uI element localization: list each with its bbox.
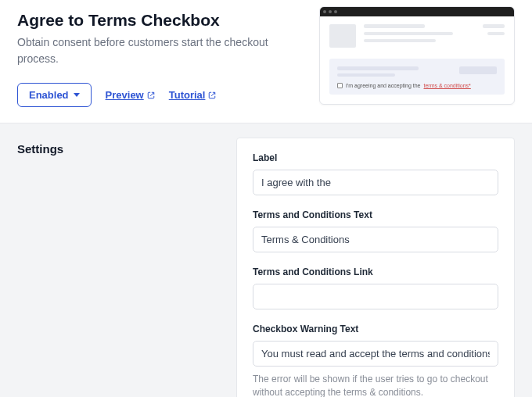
chevron-down-icon: [74, 93, 80, 97]
warning-text-input[interactable]: [253, 341, 498, 367]
settings-heading: Settings: [17, 142, 236, 156]
settings-panel: Label Terms and Conditions Text Terms an…: [236, 138, 515, 397]
enabled-toggle-label: Enabled: [29, 89, 69, 101]
preview-mock: I'm agreeing and accepting the terms & c…: [319, 6, 515, 105]
preview-link[interactable]: Preview: [106, 89, 155, 101]
external-link-icon: [147, 91, 155, 99]
label-input[interactable]: [253, 170, 498, 195]
external-link-icon: [208, 91, 216, 99]
warning-help-text: The error will be shown if the user trie…: [253, 373, 498, 397]
terms-text-input[interactable]: [253, 227, 498, 252]
header-card: Agree to Terms Checkbox Obtain consent b…: [0, 0, 532, 123]
field-terms-link-caption: Terms and Conditions Link: [253, 266, 498, 277]
settings-section: Settings Label Terms and Conditions Text…: [0, 123, 532, 397]
field-terms-text-caption: Terms and Conditions Text: [253, 209, 498, 220]
preview-mock-consent: I'm agreeing and accepting the terms & c…: [337, 83, 497, 88]
field-warning-caption: Checkbox Warning Text: [253, 324, 498, 334]
field-terms-link: Terms and Conditions Link: [253, 266, 498, 309]
field-warning-text: Checkbox Warning Text The error will be …: [253, 324, 498, 397]
preview-mock-toolbar: [320, 7, 514, 16]
terms-link-input[interactable]: [253, 284, 498, 309]
field-label-caption: Label: [253, 152, 498, 163]
enabled-toggle-button[interactable]: Enabled: [17, 83, 92, 107]
checkbox-icon: [337, 83, 343, 88]
tutorial-link[interactable]: Tutorial: [169, 89, 217, 101]
field-terms-text: Terms and Conditions Text: [253, 209, 498, 252]
field-label: Label: [253, 152, 498, 195]
page-subtitle: Obtain consent before customers start th…: [17, 34, 283, 67]
